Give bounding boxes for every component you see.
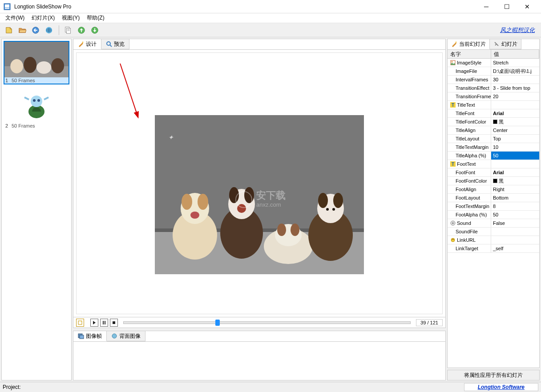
property-row-FootAlign[interactable]: FootAlignRight bbox=[448, 185, 539, 194]
property-row-FootTextMargin[interactable]: FootTextMargin8 bbox=[448, 202, 539, 211]
tab-back-image[interactable]: 背面图像 bbox=[107, 331, 145, 341]
play-button[interactable] bbox=[90, 319, 98, 327]
property-row-TitleAlpha (%)[interactable]: TitleAlpha (%)50 bbox=[448, 152, 539, 160]
header-name: 名字 bbox=[448, 50, 491, 58]
svg-point-32 bbox=[182, 194, 192, 210]
property-value[interactable]: 3 - Slide from top bbox=[491, 84, 539, 92]
property-value[interactable]: 黑 bbox=[491, 177, 539, 185]
move-up-button[interactable] bbox=[75, 24, 88, 36]
tab-preview[interactable]: 预览 bbox=[101, 39, 129, 49]
property-value[interactable]: False bbox=[491, 219, 539, 227]
property-row-TransitionEffect[interactable]: TransitionEffect3 - Slide from top bbox=[448, 84, 539, 92]
status-software-link[interactable]: Longtion Software bbox=[464, 383, 538, 391]
property-value[interactable]: Arial bbox=[491, 109, 539, 117]
menu-view[interactable]: 视图(Y) bbox=[58, 13, 83, 23]
property-value[interactable]: D:\桌面\说明书\1.j bbox=[491, 67, 539, 75]
svg-point-61 bbox=[456, 42, 457, 43]
svg-point-43 bbox=[291, 224, 299, 236]
property-value[interactable]: Bottom bbox=[491, 194, 539, 202]
arrow-annotation bbox=[117, 61, 144, 123]
tab-current-slide[interactable]: 当前幻灯片 bbox=[448, 39, 490, 49]
stop-button[interactable] bbox=[110, 319, 118, 327]
property-value[interactable]: Right bbox=[491, 185, 539, 193]
property-row-IntervalFrames[interactable]: IntervalFrames30 bbox=[448, 76, 539, 84]
property-value[interactable]: Stretch bbox=[491, 59, 539, 67]
open-button[interactable] bbox=[16, 24, 28, 36]
property-row-TitleLayout[interactable]: TitleLayoutTop bbox=[448, 135, 539, 143]
menubar: 文件(W) 幻灯片(X) 视图(Y) 帮助(Z) bbox=[0, 13, 541, 23]
property-row-TitleAlign[interactable]: TitleAlignCenter bbox=[448, 126, 539, 135]
property-value[interactable] bbox=[491, 228, 539, 236]
move-down-button[interactable] bbox=[89, 24, 101, 36]
property-value[interactable]: 50 bbox=[491, 152, 539, 160]
property-tabs: 当前幻灯片 幻灯片 bbox=[447, 39, 540, 49]
property-value[interactable]: Top bbox=[491, 135, 539, 143]
property-value[interactable]: Arial bbox=[491, 168, 539, 176]
thumbnails-panel: 1 50 Frames 2 50 Frames bbox=[1, 39, 72, 380]
export-button[interactable] bbox=[43, 24, 55, 36]
localization-link[interactable]: 风之暇想汉化 bbox=[500, 26, 538, 34]
property-row-TitleTextMargin[interactable]: TitleTextMargin10 bbox=[448, 143, 539, 152]
property-name: TitleFontColor bbox=[448, 118, 491, 126]
tab-all-slides[interactable]: 幻灯片 bbox=[490, 39, 521, 49]
canvas[interactable]: 安下载 anxz.com ✦ bbox=[76, 52, 443, 314]
property-row-FootLayout[interactable]: FootLayoutBottom bbox=[448, 194, 539, 202]
playback-bar: 39 / 121 bbox=[73, 317, 446, 328]
tab-image-frame[interactable]: 图像帧 bbox=[73, 331, 107, 341]
copy-button[interactable] bbox=[62, 24, 74, 36]
maximize-button[interactable]: ☐ bbox=[497, 0, 517, 13]
property-value[interactable] bbox=[491, 101, 539, 109]
property-value[interactable]: 50 bbox=[491, 211, 539, 219]
property-value[interactable]: 20 bbox=[491, 92, 539, 100]
save-button[interactable] bbox=[29, 24, 42, 36]
menu-file[interactable]: 文件(W) bbox=[2, 13, 28, 23]
frames-icon bbox=[78, 333, 84, 339]
property-name: TitleAlign bbox=[448, 126, 491, 134]
menu-slide[interactable]: 幻灯片(X) bbox=[28, 13, 58, 23]
property-value[interactable] bbox=[491, 160, 539, 168]
new-project-button[interactable] bbox=[3, 24, 15, 36]
close-button[interactable]: ✕ bbox=[517, 0, 537, 13]
svg-point-22 bbox=[37, 99, 40, 102]
property-row-LinkURL[interactable]: LinkURL bbox=[448, 236, 539, 244]
property-value[interactable]: 8 bbox=[491, 202, 539, 210]
property-row-Sound[interactable]: SoundFalse bbox=[448, 219, 539, 228]
menu-help[interactable]: 帮助(Z) bbox=[83, 13, 108, 23]
tab-design[interactable]: 设计 bbox=[73, 39, 101, 49]
bottom-content bbox=[73, 341, 446, 380]
property-row-ImageFile[interactable]: ImageFileD:\桌面\说明书\1.j bbox=[448, 67, 539, 76]
property-row-FootFontColor[interactable]: FootFontColor黑 bbox=[448, 177, 539, 185]
property-row-TitleFontColor[interactable]: TitleFontColor黑 bbox=[448, 118, 539, 126]
property-row-TitleFont[interactable]: TitleFontArial bbox=[448, 109, 539, 118]
thumbnail-2[interactable]: 2 50 Frames bbox=[4, 86, 69, 130]
pause-button[interactable] bbox=[100, 319, 108, 327]
property-row-SoundFile[interactable]: SoundFile bbox=[448, 228, 539, 236]
property-row-ImageStyle[interactable]: ImageStyleStretch bbox=[448, 59, 539, 67]
apply-to-all-button[interactable]: 将属性应用于所有幻灯片 bbox=[447, 370, 540, 380]
bottom-tabs: 图像帧 背面图像 bbox=[73, 331, 446, 341]
property-row-FootText[interactable]: TFootText bbox=[448, 160, 539, 168]
svg-text:T: T bbox=[452, 162, 454, 167]
property-row-TitleText[interactable]: TTitleText bbox=[448, 101, 539, 109]
frame-slider[interactable] bbox=[123, 321, 411, 324]
property-name: ImageFile bbox=[448, 67, 491, 75]
property-row-FootFont[interactable]: FootFontArial bbox=[448, 168, 539, 177]
property-value[interactable]: 10 bbox=[491, 143, 539, 151]
property-value[interactable]: 黑 bbox=[491, 118, 539, 126]
svg-point-24 bbox=[107, 42, 110, 45]
new-frame-button[interactable] bbox=[76, 319, 84, 327]
property-value[interactable]: _self bbox=[491, 244, 539, 252]
property-name: FootFontColor bbox=[448, 177, 491, 185]
property-value[interactable]: 30 bbox=[491, 76, 539, 84]
property-value[interactable] bbox=[491, 236, 539, 244]
property-row-FootAlpha (%)[interactable]: FootAlpha (%)50 bbox=[448, 211, 539, 219]
property-row-TransitionFrames[interactable]: TransitionFrames20 bbox=[448, 92, 539, 101]
property-name: IntervalFrames bbox=[448, 76, 491, 84]
thumbnail-1[interactable]: 1 50 Frames bbox=[4, 41, 69, 84]
property-row-LinkTarget[interactable]: LinkTarget_self bbox=[448, 244, 539, 253]
slide-preview-image: 安下载 anxz.com ✦ bbox=[155, 115, 364, 274]
frame-slider-thumb[interactable] bbox=[215, 320, 220, 326]
svg-rect-2 bbox=[5, 8, 9, 9]
minimize-button[interactable]: ─ bbox=[476, 0, 497, 13]
property-value[interactable]: Center bbox=[491, 126, 539, 134]
